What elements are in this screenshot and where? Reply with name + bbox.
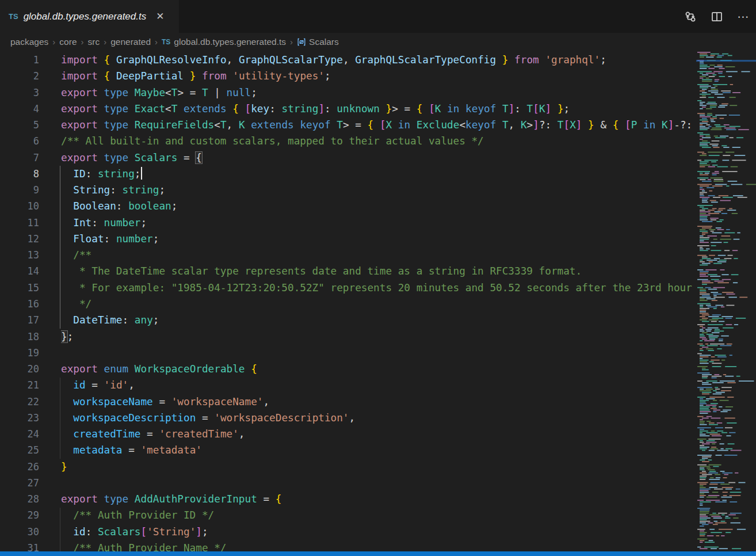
line-number[interactable]: 4 [0,101,39,117]
breadcrumb-item-global.db.types.generated.ts[interactable]: TSglobal.db.types.generated.ts [162,37,286,47]
breadcrumb-item-Scalars[interactable]: Scalars [297,37,339,47]
code-text: /** Auth Provider ID */ [61,507,694,523]
code-line: 10 Boolean: boolean; [0,198,694,214]
breadcrumb-label: Scalars [309,37,339,47]
code-line: 26} [0,459,694,475]
code-text: export type Exact<T extends { [key: stri… [61,101,694,117]
line-number[interactable]: 14 [0,263,39,279]
line-number[interactable]: 20 [0,361,39,377]
code-line: 1import { GraphQLResolveInfo, GraphQLSca… [0,52,694,68]
breadcrumb-label: generated [110,37,151,47]
line-number[interactable]: 24 [0,426,39,442]
code-text: workspaceName = 'workspaceName', [61,394,694,410]
line-number[interactable]: 12 [0,231,39,247]
code-text: id: Scalars['String']; [61,524,694,540]
code-text: /** All built-in and custom scalars, map… [61,133,694,149]
line-number[interactable]: 13 [0,247,39,263]
code-text: export type Scalars = { [61,150,694,166]
code-line: 19 [0,345,694,361]
line-number[interactable]: 17 [0,312,39,328]
code-line: 13 /** [0,247,694,263]
editor-pane[interactable]: 1import { GraphQLResolveInfo, GraphQLSca… [0,51,756,551]
ellipsis-glyph: ⋯ [738,14,750,20]
code-text: export type AddAuthProviderInput = { [61,491,694,507]
breadcrumb-item-generated[interactable]: generated [110,37,151,47]
breadcrumb-label: packages [10,37,48,47]
code-line: 22 workspaceName = 'workspaceName', [0,394,694,410]
line-number[interactable]: 28 [0,491,39,507]
line-number[interactable]: 11 [0,215,39,231]
chevron-right-icon: › [155,37,158,47]
line-number[interactable]: 21 [0,377,39,393]
code-text: DateTime: any; [61,312,694,328]
line-number[interactable]: 27 [0,475,39,491]
breadcrumb-item-src[interactable]: src [88,37,100,47]
code-text: Float: number; [61,231,694,247]
code-line: 14 * The DateTime scalar type represents… [0,263,694,279]
tab-title: global.db.types.generated.ts [24,11,147,22]
line-number[interactable]: 8 [0,166,39,182]
line-number[interactable]: 29 [0,507,39,523]
chevron-right-icon: › [81,37,84,47]
line-number[interactable]: 9 [0,182,39,198]
code-line: 9 String: string; [0,182,694,198]
breadcrumb-item-core[interactable]: core [59,37,77,47]
code-line: 17 DateTime: any; [0,312,694,328]
editor-actions: ⋯ [684,0,753,33]
open-changes-icon[interactable] [684,10,697,24]
editor-tab[interactable]: TS global.db.types.generated.ts ✕ [0,0,179,33]
code-line: 21 id = 'id', [0,377,694,393]
typescript-icon: TS [162,38,170,46]
code-text: createdTime = 'createdTime', [61,426,694,442]
code-text: metadata = 'metadata' [61,442,694,458]
code-lines[interactable]: 1import { GraphQLResolveInfo, GraphQLSca… [0,52,694,551]
line-number[interactable]: 2 [0,68,39,84]
code-line: 4export type Exact<T extends { [key: str… [0,101,694,117]
code-line: 12 Float: number; [0,231,694,247]
line-number[interactable]: 22 [0,394,39,410]
code-line: 5export type RequireFields<T, K extends … [0,117,694,133]
line-number[interactable]: 15 [0,280,39,296]
chevron-right-icon: › [104,37,106,47]
code-line: 29 /** Auth Provider ID */ [0,507,694,523]
vscode-window: TS global.db.types.generated.ts ✕ [0,0,756,556]
tab-close-button[interactable]: ✕ [154,10,166,22]
line-number[interactable]: 10 [0,198,39,214]
code-line: 11 Int: number; [0,215,694,231]
tab-bar: TS global.db.types.generated.ts ✕ [0,0,756,33]
line-number[interactable]: 19 [0,345,39,361]
line-number[interactable]: 30 [0,524,39,540]
line-number[interactable]: 5 [0,117,39,133]
split-editor-icon[interactable] [710,10,724,24]
line-number[interactable]: 25 [0,442,39,458]
minimap[interactable] [696,51,756,551]
code-line: 2import { DeepPartial } from 'utility-ty… [0,68,694,84]
code-text: id = 'id', [61,377,694,393]
breadcrumb-label: core [59,37,77,47]
code-text: /** [61,247,694,263]
chevron-right-icon: › [52,37,55,47]
line-number[interactable]: 7 [0,150,39,166]
code-text: export type RequireFields<T, K extends k… [61,117,694,133]
code-text [61,345,694,361]
line-number[interactable]: 1 [0,52,39,68]
code-line: 27 [0,475,694,491]
line-number[interactable]: 26 [0,459,39,475]
code-text: ID: string; [61,166,694,182]
line-number[interactable]: 3 [0,85,39,101]
breadcrumb-item-packages[interactable]: packages [10,37,48,47]
code-text [61,475,694,491]
line-number[interactable]: 23 [0,410,39,426]
code-line: 28export type AddAuthProviderInput = { [0,491,694,507]
code-text: * For example: "1985-04-12T23:20:50.52Z"… [61,280,694,296]
code-text: /** Auth Provider Name */ [61,540,694,551]
line-number[interactable]: 18 [0,329,39,345]
line-number[interactable]: 31 [0,540,39,551]
code-line: 23 workspaceDescription = 'workspaceDesc… [0,410,694,426]
code-line: 31 /** Auth Provider Name */ [0,540,694,551]
line-number[interactable]: 6 [0,133,39,149]
more-actions-icon[interactable]: ⋯ [736,10,750,24]
line-number[interactable]: 16 [0,296,39,312]
code-text: */ [61,296,694,312]
code-text: Boolean: boolean; [61,198,694,214]
